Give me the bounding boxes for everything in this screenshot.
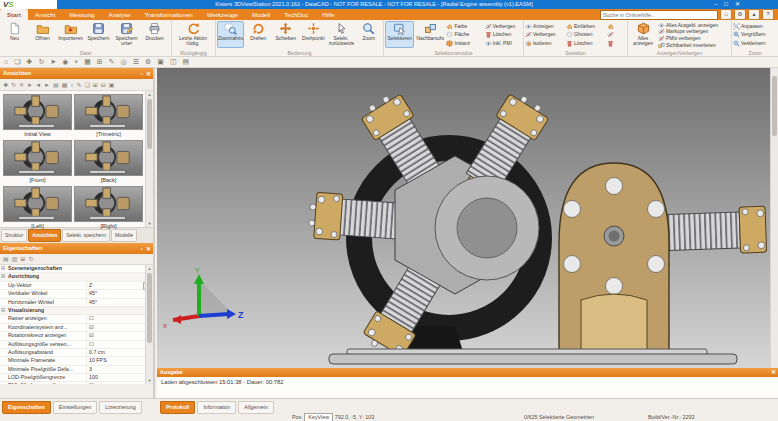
mode-hide-button[interactable]: Verbergen bbox=[485, 22, 522, 31]
split-view-icon[interactable]: ◫ bbox=[170, 57, 177, 67]
save-button[interactable]: Speichern bbox=[85, 21, 112, 48]
property-row[interactable]: Rotationskreuz anzeigen☑ bbox=[0, 332, 153, 340]
select-color-button[interactable]: Farbe bbox=[446, 22, 483, 31]
property-row[interactable]: Auflösungsabstand0.7 cm bbox=[0, 349, 153, 357]
next-view-icon[interactable]: ► bbox=[44, 80, 50, 90]
snapshot-icon[interactable]: ▣ bbox=[157, 57, 164, 67]
thumb-mode-icon[interactable]: ▦ bbox=[62, 80, 68, 90]
zoom-rect-button[interactable]: Zoomrahmen bbox=[217, 21, 244, 48]
viewport-3d[interactable]: Y Z X bbox=[157, 68, 771, 368]
print-button[interactable]: Drucken bbox=[141, 21, 168, 48]
list-mode-icon[interactable]: ▤ bbox=[53, 80, 59, 90]
categorized-icon[interactable]: ▤ bbox=[3, 254, 9, 264]
rotate-button[interactable]: Drehen bbox=[245, 21, 272, 48]
collapse-ribbon-icon[interactable]: ▴ bbox=[748, 9, 760, 20]
property-row[interactable]: Vertikaler Winkel45° bbox=[0, 290, 153, 298]
zoom-out-button[interactable]: Verkleinern bbox=[733, 39, 777, 48]
add-view-icon[interactable]: ✚ bbox=[3, 80, 8, 90]
view-thumbnail[interactable]: [Trimetric] bbox=[73, 93, 144, 139]
rotate-view-icon[interactable]: ↻ bbox=[38, 57, 44, 67]
invert-visibility-button[interactable]: Sichtbarkeit invertieren bbox=[658, 42, 730, 49]
close-button[interactable]: ✕ bbox=[735, 0, 740, 9]
home-icon[interactable]: ⌂ bbox=[4, 57, 8, 67]
prev-view-icon[interactable]: ◄ bbox=[35, 80, 41, 90]
pivot-button[interactable]: Drehpunkt bbox=[300, 21, 327, 48]
tab-messung[interactable]: Messung bbox=[62, 9, 101, 20]
views-scrollbar[interactable]: ▲ ▼ bbox=[145, 91, 153, 227]
selection-hide-button[interactable]: Verbergen bbox=[525, 31, 565, 40]
selection-color-button[interactable]: Einfärben bbox=[566, 22, 606, 31]
property-row[interactable]: Up-VektorZ▾ bbox=[0, 282, 153, 290]
pin-icon[interactable]: ▫ bbox=[141, 69, 143, 80]
selection-show-button[interactable]: Anzeigen bbox=[525, 22, 565, 31]
add-icon[interactable]: ✚ bbox=[27, 57, 33, 67]
selection-hide-all-button[interactable] bbox=[607, 31, 621, 40]
close-icon[interactable]: ✕ bbox=[146, 69, 151, 80]
undo-button[interactable]: Letzte Aktion rückg. bbox=[173, 21, 213, 48]
selection-isolate-button[interactable]: Isolieren bbox=[525, 39, 565, 48]
new-button[interactable]: Neu bbox=[1, 21, 28, 48]
property-value[interactable]: 3 bbox=[86, 366, 153, 373]
maximize-button[interactable]: □ bbox=[724, 0, 728, 9]
gear-icon[interactable]: ⚙ bbox=[734, 9, 746, 20]
scrollbar-thumb[interactable] bbox=[147, 273, 152, 343]
property-checkbox[interactable]: ☑ bbox=[86, 382, 153, 384]
settings-icon[interactable]: ⚙ bbox=[145, 57, 151, 67]
snapshot-view-icon[interactable]: ▣ bbox=[109, 80, 115, 90]
import-button[interactable]: Importieren bbox=[57, 21, 84, 48]
list-icon[interactable]: ▤ bbox=[183, 57, 190, 67]
property-group[interactable]: ⊟Visualisierung bbox=[0, 307, 153, 315]
tab-hilfe[interactable]: Hilfe bbox=[315, 9, 341, 20]
mode-delete-button[interactable]: Löschen bbox=[485, 31, 522, 40]
property-group[interactable]: ⊟Ausrichtung bbox=[0, 273, 153, 281]
save-as-button[interactable]: Speichern unter bbox=[113, 21, 140, 48]
sort-views-icon[interactable]: ↕ bbox=[70, 80, 73, 90]
record-icon[interactable]: ◉ bbox=[62, 57, 68, 67]
close-icon[interactable]: ✕ bbox=[771, 368, 776, 377]
minimize-button[interactable]: – bbox=[714, 0, 717, 9]
tab-analyse[interactable]: Analyse bbox=[102, 9, 138, 20]
alphabetical-icon[interactable]: ▥ bbox=[12, 254, 18, 264]
play-views-icon[interactable]: ➤ bbox=[27, 80, 32, 90]
view-thumbnail[interactable]: Initial View bbox=[2, 93, 73, 139]
tab-techdoc[interactable]: TechDoc bbox=[277, 9, 315, 20]
scroll-up-icon[interactable]: ▲ bbox=[146, 265, 153, 272]
focus-icon[interactable]: ◎ bbox=[121, 57, 127, 67]
show-hidden-button[interactable]: Alles Ausgebl. anzeigen bbox=[658, 22, 730, 29]
menu-icon[interactable]: ☰ bbox=[133, 57, 139, 67]
expand-icon[interactable]: ⊞ bbox=[97, 57, 103, 67]
tab-modell[interactable]: Modell bbox=[245, 9, 277, 20]
tab-transformationen[interactable]: Transformationen bbox=[138, 9, 200, 20]
tab-werkzeuge[interactable]: Werkzeuge bbox=[200, 9, 245, 20]
copy-view-icon[interactable]: ❏ bbox=[84, 80, 89, 90]
hide-pmis-button[interactable]: PMIs verbergen bbox=[658, 35, 730, 42]
view-thumbnail[interactable]: [Back] bbox=[73, 139, 144, 185]
fit-all-icon[interactable]: ❏ bbox=[14, 57, 20, 67]
property-section[interactable]: ⊟Szeneneigenschaften bbox=[0, 265, 153, 273]
help-search-input[interactable] bbox=[600, 10, 718, 20]
property-row[interactable]: PMIs/Markups zur Kam...☑ bbox=[0, 382, 153, 384]
collapse-all-icon[interactable]: ⊟ bbox=[101, 80, 106, 90]
property-row[interactable]: Minimale Pixelgröße Defa...3 bbox=[0, 366, 153, 374]
property-value[interactable]: 45° bbox=[86, 299, 153, 306]
selection-paint-all-button[interactable] bbox=[607, 22, 621, 31]
close-icon[interactable]: ✕ bbox=[146, 244, 151, 255]
refresh-icon[interactable]: ↻ bbox=[28, 254, 33, 264]
property-value[interactable]: 100 bbox=[86, 374, 153, 381]
scrollbar-thumb[interactable] bbox=[147, 99, 152, 149]
neighbourhood-button[interactable]: Nachbarschaft bbox=[415, 21, 445, 48]
view-thumbnail[interactable]: [Right] bbox=[73, 185, 144, 231]
viewport-scrollbar[interactable] bbox=[770, 68, 778, 368]
tab-start[interactable]: Start bbox=[0, 9, 28, 20]
show-all-button[interactable]: Alles anzeigen bbox=[629, 21, 657, 48]
zoom-fit-button[interactable]: Anpassen bbox=[733, 22, 777, 31]
property-row[interactable]: Koordinatensystem anz...☑ bbox=[0, 324, 153, 332]
tab-ansicht[interactable]: Ansicht bbox=[28, 9, 62, 20]
hide-markups-button[interactable]: Markups verbergen bbox=[658, 29, 730, 36]
property-value[interactable]: Z bbox=[86, 282, 143, 289]
property-row[interactable]: Raster anzeigen☐ bbox=[0, 315, 153, 323]
pin-icon[interactable]: ▫ bbox=[141, 244, 143, 255]
scroll-down-icon[interactable]: ▼ bbox=[146, 220, 153, 227]
grid-icon[interactable]: ▦ bbox=[84, 57, 91, 67]
select-instance-button[interactable]: Instanz bbox=[446, 39, 483, 48]
